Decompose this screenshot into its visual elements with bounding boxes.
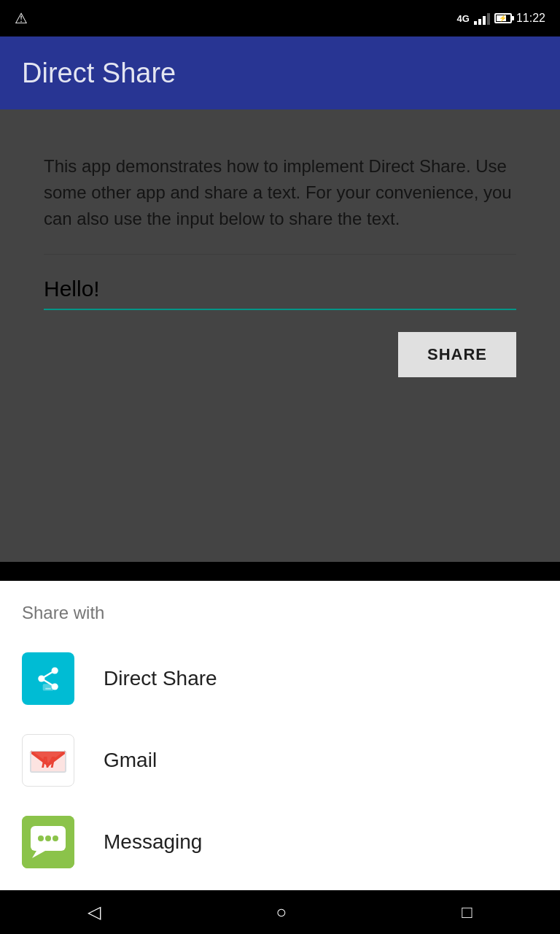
home-button[interactable]: ○ (254, 895, 308, 930)
share-text-input[interactable] (44, 269, 516, 310)
gmail-app-label: Gmail (104, 749, 157, 772)
share-item-direct[interactable]: Direct Share (0, 638, 560, 719)
share-button[interactable]: SHARE (398, 332, 516, 377)
svg-point-14 (45, 835, 51, 841)
messaging-svg-icon (22, 816, 74, 868)
share-item-gmail[interactable]: M Gmail (0, 719, 560, 801)
page-title: Direct Share (22, 58, 176, 89)
clock: 11:22 (516, 12, 545, 25)
direct-share-app-icon (22, 652, 74, 705)
messaging-app-icon (22, 816, 74, 868)
warning-area: ⚠ (15, 9, 28, 27)
status-bar-right: 4G ⚡ 11:22 (457, 12, 545, 25)
input-area (22, 255, 538, 317)
description-text: This app demonstrates how to implement D… (22, 131, 538, 254)
warning-icon: ⚠ (15, 10, 28, 26)
signal-icon (474, 12, 490, 25)
network-type-label: 4G (457, 13, 470, 24)
direct-share-svg-icon (32, 663, 64, 695)
svg-point-13 (38, 835, 44, 841)
svg-text:M: M (42, 753, 55, 771)
battery-icon: ⚡ (494, 13, 512, 23)
svg-rect-7 (45, 688, 50, 690)
app-bar: Direct Share (0, 36, 560, 109)
nav-bar: ◁ ○ □ (0, 890, 560, 934)
share-with-label: Share with (0, 603, 560, 638)
svg-point-15 (52, 835, 58, 841)
recents-button[interactable]: □ (440, 895, 494, 930)
share-item-messaging[interactable]: Messaging (0, 801, 560, 883)
main-content: This app demonstrates how to implement D… (0, 109, 560, 562)
direct-share-app-label: Direct Share (104, 667, 217, 690)
gmail-app-icon: M (22, 734, 74, 787)
share-sheet: Share with Direct Share (0, 581, 560, 890)
share-button-row: SHARE (22, 317, 538, 392)
svg-rect-6 (43, 684, 54, 690)
messaging-app-label: Messaging (104, 830, 202, 854)
gmail-svg-icon: M (26, 738, 70, 782)
status-bar: ⚠ 4G ⚡ 11:22 (0, 0, 560, 36)
back-button[interactable]: ◁ (66, 895, 122, 930)
